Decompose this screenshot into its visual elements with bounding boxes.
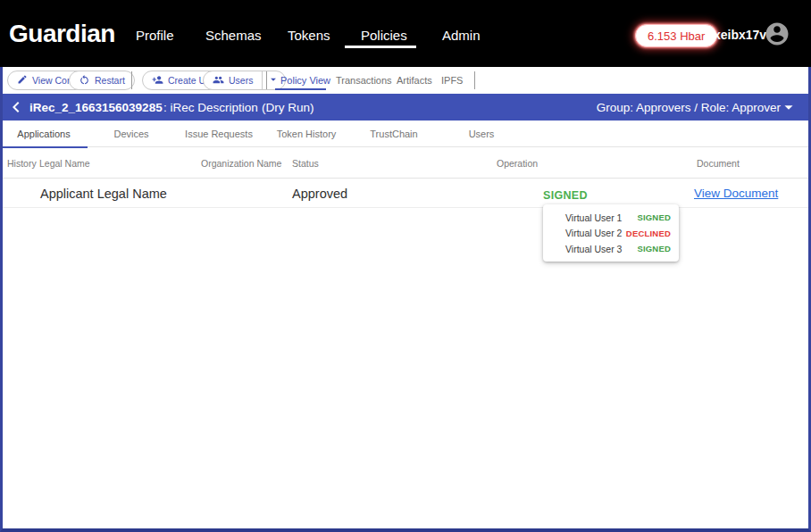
- tab-transactions[interactable]: Transactions: [336, 75, 392, 86]
- group-role-selector[interactable]: Group: Approvers / Role: Approver: [597, 101, 781, 114]
- content-tab-applications[interactable]: Applications: [0, 121, 88, 147]
- users-label: Users: [229, 75, 253, 86]
- guardian-logo: Guardian: [9, 20, 115, 48]
- nav-item-admin[interactable]: Admin: [442, 28, 481, 43]
- policy-mode-badge: (Dry Run): [262, 101, 314, 114]
- policy-info-bar: iRec_2_1663156039285 : iRec Description …: [0, 94, 811, 121]
- column-header-operation: Operation: [497, 158, 538, 169]
- active-tab-underline: [275, 88, 326, 90]
- hbar-balance-badge: 6.153 Hbar: [635, 24, 717, 47]
- nav-item-tokens[interactable]: Tokens: [288, 28, 330, 43]
- signer-row: Virtual User 2 DECLINED: [543, 228, 679, 238]
- content-tab-token-history[interactable]: Token History: [263, 121, 350, 147]
- active-nav-underline: [345, 46, 416, 48]
- column-header-status: Status: [292, 158, 319, 169]
- edit-pencil-icon: [17, 74, 28, 87]
- restart-label: Restart: [95, 75, 125, 86]
- signer-status-badge: DECLINED: [626, 229, 671, 238]
- signer-user-label: Virtual User 2: [565, 228, 622, 238]
- button-divider: [262, 71, 263, 89]
- nav-item-schemas[interactable]: Schemas: [205, 28, 262, 43]
- chevron-down-icon[interactable]: [267, 73, 280, 87]
- content-tab-trustchain[interactable]: TrustChain: [350, 121, 438, 147]
- cell-legal-name: Applicant Legal Name: [40, 187, 167, 201]
- signer-row: Virtual User 3 SIGNED: [543, 244, 679, 254]
- nav-item-profile[interactable]: Profile: [136, 28, 174, 43]
- tab-artifacts[interactable]: Artifacts: [397, 75, 432, 86]
- tab-policy-view[interactable]: Policy View: [280, 75, 330, 86]
- column-header-organization: Organization Name: [201, 158, 281, 169]
- content-tab-users[interactable]: Users: [438, 121, 525, 147]
- username-label: xeibx17v: [714, 28, 766, 42]
- signer-status-badge: SIGNED: [637, 244, 671, 254]
- signer-status-badge: SIGNED: [637, 212, 671, 222]
- application-table-row: Applicant Legal Name Approved SIGNED Vie…: [0, 179, 811, 208]
- signer-row: Virtual User 1 SIGNED: [543, 212, 679, 223]
- group-icon: [213, 74, 224, 87]
- toolbar-separator: [131, 71, 132, 89]
- back-chevron-icon[interactable]: [5, 96, 27, 118]
- content-tab-devices[interactable]: Devices: [88, 121, 175, 147]
- signers-popup: Virtual User 1 SIGNED Virtual User 2 DEC…: [543, 204, 679, 262]
- signer-user-label: Virtual User 3: [565, 244, 622, 254]
- policy-name: iRec_2_1663156039285: [29, 101, 163, 114]
- toolbar-separator: [266, 71, 267, 89]
- person-add-icon: [152, 74, 163, 87]
- content-tab-bar: Applications Devices Issue Requests Toke…: [0, 121, 811, 147]
- policy-description: : iRec Description: [163, 101, 258, 114]
- column-header-history: History: [7, 158, 37, 169]
- view-document-link[interactable]: View Document: [694, 187, 778, 200]
- account-circle-icon[interactable]: [764, 21, 790, 47]
- group-role-caret-icon[interactable]: [779, 97, 798, 117]
- signer-user-label: Virtual User 1: [565, 212, 622, 223]
- users-dropdown-button[interactable]: Users: [203, 71, 286, 90]
- applications-table-header: History Legal Name Organization Name Sta…: [0, 147, 811, 179]
- content-tab-issue-requests[interactable]: Issue Requests: [175, 121, 263, 147]
- nav-item-policies[interactable]: Policies: [361, 28, 407, 43]
- tab-ipfs[interactable]: IPFS: [441, 75, 463, 86]
- column-header-legal-name: Legal Name: [39, 158, 90, 169]
- cell-operation-signed: SIGNED: [543, 189, 588, 202]
- restart-icon: [79, 74, 90, 87]
- toolbar-separator: [474, 71, 475, 89]
- cell-status: Approved: [292, 187, 347, 201]
- restart-button[interactable]: Restart: [69, 71, 135, 90]
- app-header: Guardian Profile Schemas Tokens Policies…: [0, 0, 811, 67]
- column-header-document: Document: [697, 158, 740, 169]
